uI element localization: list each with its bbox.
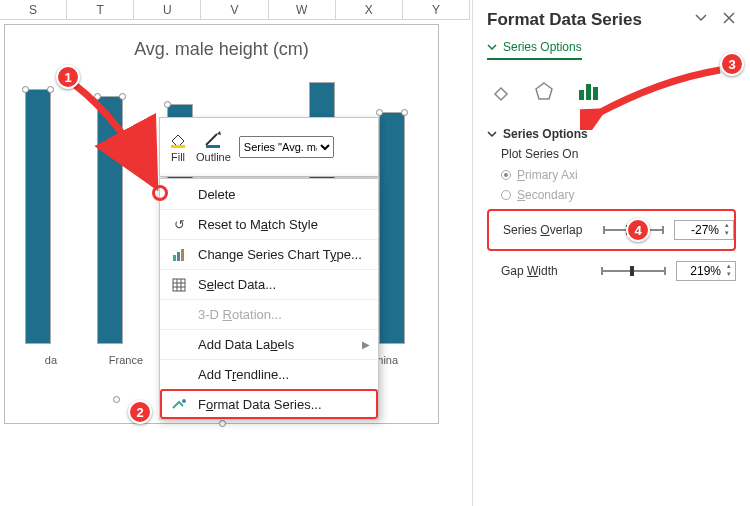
gap-slider[interactable] [601,270,666,272]
context-menu: Delete ↺Reset to Match Style Change Seri… [159,178,379,420]
series-overlap-row: Series Overlap ▴▾ [489,214,734,246]
svg-rect-1 [206,145,220,148]
series-select[interactable]: Series "Avg. ma [239,136,334,158]
svg-rect-4 [181,249,184,261]
svg-rect-2 [173,255,176,261]
bar-1[interactable] [25,89,51,344]
callout-1: 1 [56,65,80,89]
column-headers: S T U V W X Y [0,0,470,20]
spin-down-icon[interactable]: ▾ [724,270,734,277]
chevron-down-icon[interactable] [694,10,708,30]
chart-icon [170,248,188,262]
spin-down-icon[interactable]: ▾ [722,229,732,236]
svg-marker-11 [536,83,552,99]
svg-rect-3 [177,252,180,261]
menu-reset[interactable]: ↺Reset to Match Style [160,209,378,239]
gap-width-row: Gap Width ▴▾ [487,255,736,287]
callout-4: 4 [626,218,650,242]
menu-change-chart-type[interactable]: Change Series Chart Type... [160,239,378,269]
menu-add-trendline[interactable]: Add Trendline... [160,359,378,389]
spin-up-icon[interactable]: ▴ [722,221,732,228]
radio-primary-axis: Primary Axi [487,165,736,185]
chart-title[interactable]: Avg. male height (cm) [5,25,438,66]
col-u[interactable]: U [134,0,201,19]
pane-title: Format Data Series [487,10,642,30]
arrow-1 [60,70,180,210]
menu-select-data[interactable]: Select Data... [160,269,378,299]
svg-point-10 [182,399,186,403]
col-t[interactable]: T [67,0,134,19]
col-x[interactable]: X [336,0,403,19]
spin-up-icon[interactable]: ▴ [724,262,734,269]
tab-series-options[interactable]: Series Options [487,40,582,60]
menu-add-data-labels[interactable]: Add Data Labels▶ [160,329,378,359]
arrow-3 [580,60,730,130]
col-v[interactable]: V [201,0,268,19]
reset-icon: ↺ [170,217,188,232]
radio-secondary-axis: Secondary [487,185,736,205]
bar-5[interactable] [379,112,405,344]
mini-toolbar: Fill Outline Series "Avg. ma [159,117,379,177]
menu-delete[interactable]: Delete [160,179,378,209]
outline-button[interactable]: Outline [196,131,231,163]
close-icon[interactable] [722,10,736,30]
effects-icon[interactable] [533,80,555,105]
chevron-right-icon: ▶ [362,339,370,350]
col-w[interactable]: W [269,0,336,19]
plot-series-on-label: Plot Series On [487,147,736,161]
menu-3d-rotation: 3-D Rotation... [160,299,378,329]
callout-2: 2 [128,400,152,424]
callout-3: 3 [720,52,744,76]
col-y[interactable]: Y [403,0,470,19]
svg-rect-5 [173,279,185,291]
grid-icon [170,278,188,292]
col-s[interactable]: S [0,0,67,19]
format-icon [170,398,188,412]
fill-line-icon[interactable] [489,80,511,105]
menu-format-data-series[interactable]: Format Data Series... [160,389,378,419]
